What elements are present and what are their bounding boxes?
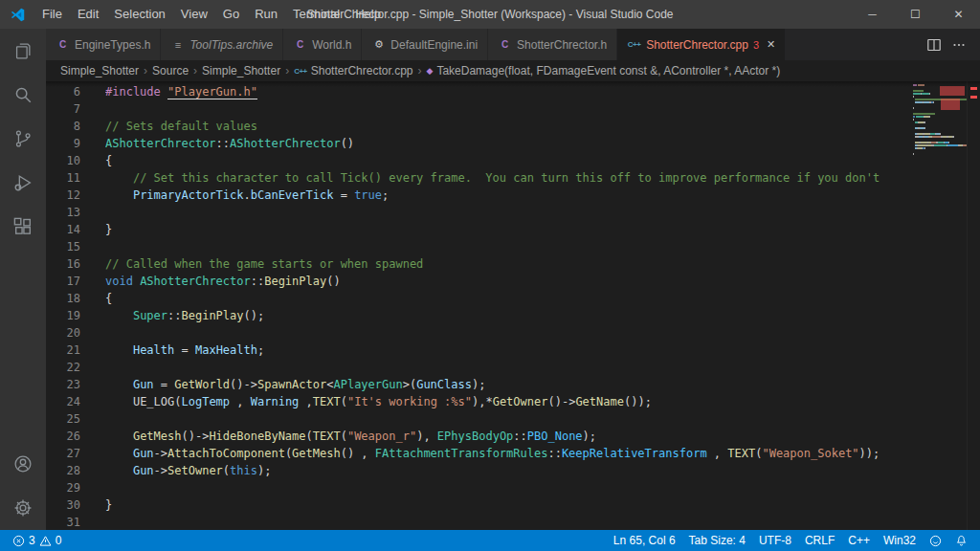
code-token: LogTemp <box>182 395 231 408</box>
code-line[interactable] <box>105 238 911 255</box>
accounts-button[interactable] <box>0 442 46 486</box>
line-number: 24 <box>46 393 80 410</box>
bell-button[interactable] <box>948 530 974 551</box>
status-crlf[interactable]: CRLF <box>798 530 841 551</box>
menu-help[interactable]: Help <box>347 0 389 29</box>
cpp-icon: C++ <box>294 67 307 76</box>
code-line[interactable] <box>105 514 911 530</box>
code-line[interactable]: Gun->SetOwner(this); <box>105 462 911 479</box>
more-actions-button[interactable] <box>947 33 970 56</box>
code-line[interactable]: Gun->AttachToComponent(GetMesh() , FAtta… <box>105 445 911 462</box>
code-line[interactable]: { <box>105 290 911 307</box>
code-line[interactable] <box>105 204 911 221</box>
code-token: ( <box>341 430 347 443</box>
menu-edit[interactable]: Edit <box>70 0 106 29</box>
feedback-button[interactable] <box>923 530 948 551</box>
menu-run[interactable]: Run <box>247 0 285 29</box>
line-number: 25 <box>46 410 80 428</box>
line-number: 22 <box>46 359 80 376</box>
breadcrumb-item[interactable]: ◆TakeDamage(float, FDamageEvent const &,… <box>426 64 780 77</box>
tab-label: ToolTips.archive <box>189 38 273 52</box>
code-line[interactable]: Super::BeginPlay(); <box>105 307 911 324</box>
code-token: ); <box>257 464 271 477</box>
code-line[interactable]: Gun = GetWorld()->SpawnActor<APlayerGun>… <box>105 376 911 393</box>
explorer-button[interactable] <box>0 29 46 73</box>
explorer-icon <box>12 40 33 61</box>
status-problems[interactable]: 30 <box>6 530 68 551</box>
code-token: (); <box>244 309 265 322</box>
tab-DefaultEngine.ini[interactable]: ⚙DefaultEngine.ini <box>362 29 488 60</box>
editor[interactable]: 6789101112131415161718192021222324252627… <box>46 81 980 530</box>
code-line[interactable] <box>105 359 911 376</box>
tab-ToolTips.archive[interactable]: ≡ToolTips.archive <box>161 29 283 60</box>
code-line[interactable]: // Set this character to call Tick() eve… <box>105 169 911 187</box>
code-line[interactable]: #include "PlayerGun.h" <box>105 83 911 100</box>
menu-view[interactable]: View <box>173 0 215 29</box>
settings-button[interactable] <box>0 486 46 530</box>
code-token: AttachToComponent <box>167 447 285 460</box>
close-tab-icon[interactable]: ✕ <box>767 38 775 51</box>
run-and-debug-button[interactable] <box>0 161 46 205</box>
status-ln-65-col-6[interactable]: Ln 65, Col 6 <box>607 530 682 551</box>
code-line[interactable]: void AShotterChrector::BeginPlay() <box>105 273 911 290</box>
menu-terminal[interactable]: Terminal <box>285 0 347 29</box>
code-token <box>105 188 133 202</box>
code-line[interactable]: GetMesh()->HideBoneByName(TEXT("Weapon_r… <box>105 428 911 445</box>
code-token: ); <box>583 430 596 443</box>
code-area[interactable]: #include "PlayerGun.h"// Sets default va… <box>105 81 911 530</box>
menu-go[interactable]: Go <box>215 0 247 29</box>
tab-World.h[interactable]: CWorld.h <box>283 29 362 60</box>
minimap-line <box>913 119 967 121</box>
menu-selection[interactable]: Selection <box>106 0 172 29</box>
overview-ruler[interactable] <box>967 81 980 530</box>
code-token: "Weapon_r" <box>347 430 416 443</box>
tab-ShotterChrector.cpp[interactable]: C++ShotterChrector.cpp3✕ <box>617 29 786 60</box>
code-line[interactable]: // Called when the game starts or when s… <box>105 255 911 273</box>
breadcrumb-item[interactable]: C++ShotterChrector.cpp <box>294 64 412 77</box>
warning-icon <box>39 535 52 547</box>
maximize-button[interactable]: ☐ <box>894 0 937 29</box>
source-control-button[interactable] <box>0 117 46 161</box>
code-line[interactable]: AShotterChrector::AShotterChrector() <box>105 135 911 152</box>
code-line[interactable]: UE_LOG(LogTemp , Warning ,TEXT("It's wor… <box>105 393 911 410</box>
c-header-file-icon: C <box>498 39 512 50</box>
extensions-button[interactable] <box>0 205 46 249</box>
tab-EngineTypes.h[interactable]: CEngineTypes.h <box>46 29 161 60</box>
code-line[interactable]: PrimaryActorTick.bCanEverTick = true; <box>105 187 911 204</box>
line-number: 18 <box>46 290 80 307</box>
breadcrumb-item[interactable]: Simple_Shotter <box>202 64 280 77</box>
code-line[interactable]: { <box>105 152 911 169</box>
code-line[interactable] <box>105 479 911 496</box>
search-button[interactable] <box>0 73 46 117</box>
code-line[interactable]: // Sets default values <box>105 118 911 135</box>
extensions-icon <box>12 216 33 237</box>
code-token: // Called when the game starts or when s… <box>105 257 423 271</box>
status-tab-size-4[interactable]: Tab Size: 4 <box>682 530 752 551</box>
vscode-logo[interactable] <box>0 0 34 29</box>
code-line[interactable] <box>105 410 911 428</box>
code-token: bCanEverTick <box>251 188 334 202</box>
status-win32[interactable]: Win32 <box>877 530 923 551</box>
code-token: :: <box>216 137 230 150</box>
code-line[interactable] <box>105 100 911 118</box>
code-token: ), <box>416 430 437 443</box>
code-token: #include <box>105 85 161 99</box>
breadcrumb-label: Source <box>152 64 189 77</box>
close-button[interactable]: ✕ <box>937 0 980 29</box>
code-line[interactable] <box>105 324 911 342</box>
minimize-button[interactable]: ─ <box>851 0 894 29</box>
tab-ShotterChrector.h[interactable]: CShotterChrector.h <box>488 29 617 60</box>
menu-file[interactable]: File <box>34 0 70 29</box>
code-line[interactable]: } <box>105 496 911 514</box>
code-token: ( <box>223 464 230 477</box>
breadcrumb-item[interactable]: Source <box>152 64 189 77</box>
split-editor-button[interactable] <box>923 33 946 56</box>
status-utf-8[interactable]: UTF-8 <box>752 530 798 551</box>
status-c-[interactable]: C++ <box>841 530 877 551</box>
code-line[interactable]: Health = MaxHealth; <box>105 342 911 359</box>
code-token: Super <box>133 309 167 322</box>
code-line[interactable]: } <box>105 221 911 238</box>
minimap[interactable] <box>911 81 967 530</box>
activity-bar-top <box>0 29 46 249</box>
breadcrumb-item[interactable]: Simple_Shotter <box>60 64 139 77</box>
